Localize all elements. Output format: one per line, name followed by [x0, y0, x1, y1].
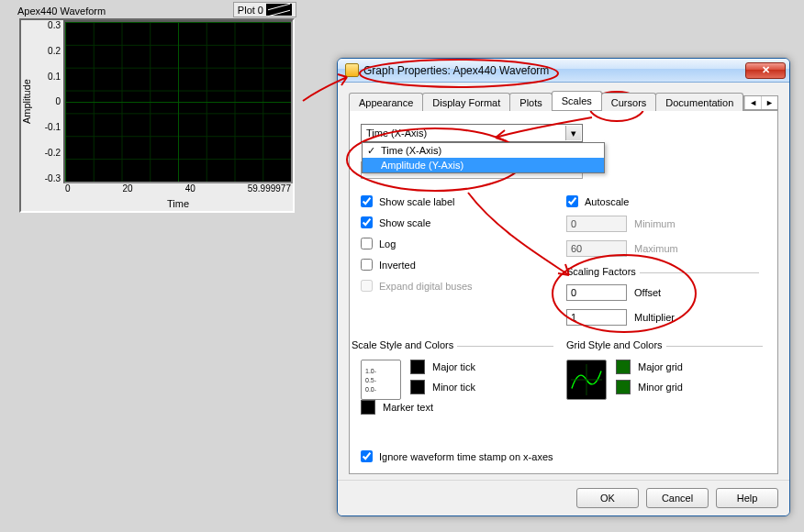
- tab-scales[interactable]: Scales: [552, 91, 602, 110]
- marker-text-swatch[interactable]: [361, 400, 375, 415]
- check-show-scale-label[interactable]: Show scale label: [361, 195, 473, 207]
- axis-item-time[interactable]: Time (X-Axis): [363, 143, 604, 158]
- tab-documentation[interactable]: Documentation: [655, 93, 743, 111]
- x-axis-label: Time: [63, 198, 293, 211]
- multiplier-field[interactable]: [566, 309, 627, 326]
- check-expand-digital-buses: Expand digital buses: [361, 280, 473, 292]
- grid-style-label: Grid Style and Colors: [566, 339, 666, 350]
- offset-field[interactable]: [566, 284, 627, 301]
- tab-plots[interactable]: Plots: [509, 93, 552, 111]
- minor-grid-label: Minor grid: [638, 382, 683, 393]
- plot-legend-label: Plot 0: [238, 5, 263, 16]
- check-ignore-timestamp[interactable]: Ignore waveform time stamp on x-axes: [361, 450, 553, 462]
- marker-text-label: Marker text: [383, 402, 433, 413]
- plot-swatch-icon: [266, 4, 292, 16]
- major-tick-label: Major tick: [432, 361, 475, 372]
- check-log[interactable]: Log: [361, 238, 473, 249]
- chevron-right-icon[interactable]: ►: [761, 96, 777, 109]
- major-tick-swatch[interactable]: [410, 360, 425, 374]
- ignore-timestamp-checkbox[interactable]: [361, 450, 373, 462]
- axis-dropdown: Time (X-Axis) Amplitude (Y-Axis): [362, 142, 605, 173]
- show-scale-label-checkbox[interactable]: [361, 195, 373, 207]
- axis-item-amplitude[interactable]: Amplitude (Y-Axis): [363, 158, 604, 172]
- check-inverted[interactable]: Inverted: [361, 259, 473, 271]
- dialog-footer: OK Cancel Help: [338, 480, 789, 515]
- graph-box: Amplitude 0.3 0.2 0.1 0 -0.1 -0.2 -0.3 0…: [19, 18, 295, 213]
- chevron-down-icon[interactable]: ▾: [565, 126, 581, 140]
- tab-cursors[interactable]: Cursors: [601, 93, 657, 111]
- waveform-graph[interactable]: Apex440 Waveform Plot 0 Amplitude 0.3 0.…: [10, 2, 304, 222]
- chevron-left-icon[interactable]: ◄: [744, 96, 761, 109]
- multiplier-label: Multiplier: [634, 312, 675, 323]
- grid-style-preview[interactable]: [566, 360, 607, 400]
- cancel-button[interactable]: Cancel: [646, 488, 709, 508]
- plot-area[interactable]: [63, 20, 293, 183]
- axis-select-value: Time (X-Axis): [366, 127, 427, 139]
- scale-style-preview[interactable]: 1.0-0.5-0.0-: [361, 360, 401, 400]
- minimum-label: Minimum: [634, 218, 676, 229]
- tab-display-format[interactable]: Display Format: [422, 93, 510, 111]
- maximum-field: [566, 240, 627, 257]
- expand-checkbox: [361, 280, 373, 292]
- scale-style-label: Scale Style and Colors: [352, 339, 457, 350]
- y-axis-ticks: 0.3 0.2 0.1 0 -0.1 -0.2 -0.3: [38, 20, 63, 183]
- ok-button[interactable]: OK: [576, 488, 639, 508]
- check-show-scale[interactable]: Show scale: [361, 216, 473, 228]
- x-axis-ticks: 0 20 40 59.999977: [63, 183, 293, 198]
- axis-select[interactable]: Time (X-Axis) ▾ Time (X-Axis) Amplitude …: [361, 124, 583, 142]
- show-scale-checkbox[interactable]: [361, 216, 373, 228]
- major-grid-label: Major grid: [638, 361, 683, 372]
- log-checkbox[interactable]: [361, 238, 373, 249]
- autoscale-checkbox[interactable]: [566, 195, 578, 207]
- major-grid-swatch[interactable]: [616, 360, 631, 374]
- tab-scroll[interactable]: ◄ ►: [743, 95, 778, 110]
- scaling-factors-label: Scaling Factors: [566, 266, 640, 277]
- dialog-title: Graph Properties: Apex440 Waveform: [363, 64, 745, 77]
- close-icon: ✕: [762, 64, 770, 76]
- titlebar[interactable]: Graph Properties: Apex440 Waveform ✕: [338, 59, 789, 83]
- close-button[interactable]: ✕: [745, 62, 786, 79]
- tabstrip: Appearance Display Format Plots Scales C…: [349, 91, 778, 111]
- app-icon: [345, 63, 359, 77]
- help-button[interactable]: Help: [716, 488, 778, 508]
- graph-title: Apex440 Waveform: [17, 6, 106, 17]
- inverted-checkbox[interactable]: [361, 259, 373, 271]
- scales-panel: Time (X-Axis) ▾ Time (X-Axis) Amplitude …: [349, 111, 778, 474]
- offset-label: Offset: [634, 287, 661, 298]
- graph-properties-dialog: Graph Properties: Apex440 Waveform ✕ App…: [337, 58, 790, 516]
- y-axis-label: Amplitude: [21, 20, 38, 183]
- minor-tick-label: Minor tick: [432, 382, 475, 393]
- minor-grid-swatch[interactable]: [616, 380, 631, 394]
- minimum-field: [566, 216, 627, 232]
- plot-legend[interactable]: Plot 0: [233, 2, 296, 17]
- check-autoscale[interactable]: Autoscale: [566, 195, 759, 207]
- minor-tick-swatch[interactable]: [410, 380, 425, 394]
- tab-appearance[interactable]: Appearance: [349, 93, 423, 111]
- maximum-label: Maximum: [634, 243, 678, 254]
